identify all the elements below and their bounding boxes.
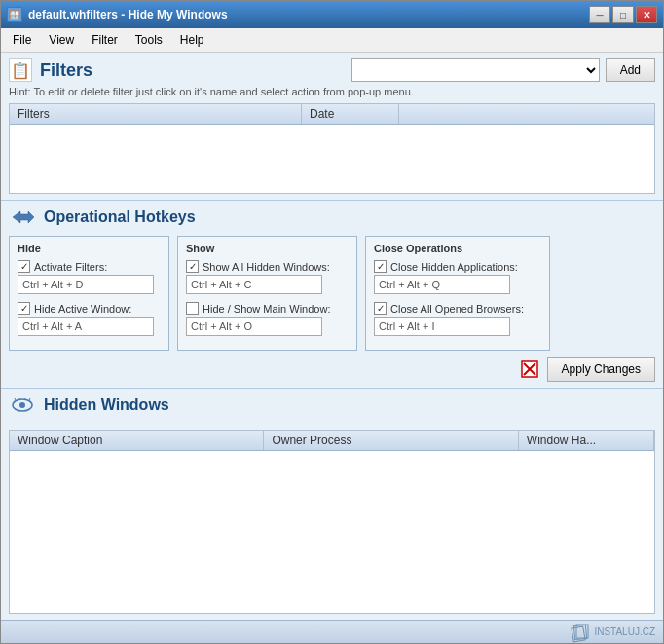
- filters-table-body: [10, 125, 654, 193]
- menu-filter[interactable]: Filter: [84, 31, 126, 49]
- hide-active-input[interactable]: [18, 317, 154, 336]
- hotkey-activate-label-row: Activate Filters:: [18, 260, 161, 273]
- hotkey-close-apps-label-row: Close Hidden Applications:: [374, 260, 541, 273]
- hotkey-hide-label-row: Hide Active Window:: [18, 302, 161, 315]
- main-content: 📋 Filters Add Hint: To edit or delete fi…: [1, 53, 663, 620]
- hotkey-hide-active: Hide Active Window:: [18, 302, 161, 336]
- hw-table-header: Window Caption Owner Process Window Ha..…: [10, 431, 654, 451]
- hotkeys-section: Operational Hotkeys Hide Activate Filter…: [1, 201, 663, 389]
- hide-show-main-checkbox[interactable]: [186, 302, 199, 315]
- hide-active-checkbox[interactable]: [18, 302, 30, 315]
- error-icon: [520, 360, 539, 379]
- hotkey-show-all-label-row: Show All Hidden Windows:: [186, 260, 349, 273]
- hidden-windows-title: Hidden Windows: [44, 397, 169, 414]
- close-browsers-checkbox[interactable]: [374, 302, 387, 315]
- filters-section: 📋 Filters Add Hint: To edit or delete fi…: [1, 53, 663, 201]
- hide-active-label: Hide Active Window:: [34, 303, 131, 315]
- hide-show-main-input[interactable]: [186, 317, 322, 336]
- hide-group: Hide Activate Filters: Hide Active Windo…: [9, 236, 169, 351]
- filters-table: Filters Date: [9, 103, 655, 194]
- filters-header: 📋 Filters Add: [9, 58, 655, 82]
- add-filter-button[interactable]: Add: [606, 58, 655, 82]
- title-bar-controls: ─ □ ✕: [589, 6, 657, 23]
- hide-group-title: Hide: [18, 243, 161, 254]
- show-all-checkbox[interactable]: [186, 260, 199, 273]
- apply-changes-button[interactable]: Apply Changes: [547, 357, 655, 382]
- activate-filters-label: Activate Filters:: [34, 261, 107, 273]
- close-ops-title: Close Operations: [374, 243, 541, 254]
- title-bar: 🪟 default.whfilters - Hide My Windows ─ …: [1, 1, 663, 28]
- hidden-windows-table: Window Caption Owner Process Window Ha..…: [9, 430, 655, 614]
- close-browsers-input[interactable]: [374, 317, 510, 336]
- apply-row: Apply Changes: [9, 357, 655, 382]
- menu-bar: File View Filter Tools Help: [1, 28, 663, 53]
- hide-show-main-label: Hide / Show Main Window:: [203, 303, 330, 315]
- menu-tools[interactable]: Tools: [128, 31, 170, 49]
- hotkeys-title: Operational Hotkeys: [44, 208, 196, 226]
- hint-text: Hint: To edit or delete filter just clic…: [9, 86, 655, 97]
- hotkey-close-browsers: Close All Opened Browsers:: [374, 302, 541, 336]
- show-group: Show Show All Hidden Windows: Hide / Sho…: [177, 236, 357, 351]
- hw-col-caption: Window Caption: [10, 431, 264, 450]
- main-window: 🪟 default.whfilters - Hide My Windows ─ …: [0, 0, 664, 644]
- title-bar-left: 🪟 default.whfilters - Hide My Windows: [7, 7, 228, 22]
- filters-col-date: Date: [302, 104, 399, 124]
- hw-col-process: Owner Process: [264, 431, 518, 450]
- hidden-windows-header: Hidden Windows: [9, 395, 655, 416]
- hotkey-hide-show-label-row: Hide / Show Main Window:: [186, 302, 349, 315]
- close-apps-label: Close Hidden Applications:: [390, 261, 518, 273]
- hotkey-show-all: Show All Hidden Windows:: [186, 260, 349, 294]
- watermark-text: INSTALUJ.CZ: [594, 626, 655, 637]
- hw-col-handle: Window Ha...: [519, 431, 654, 450]
- svg-line-5: [15, 398, 16, 400]
- menu-view[interactable]: View: [41, 31, 82, 49]
- show-group-title: Show: [186, 243, 349, 254]
- activate-filters-checkbox[interactable]: [18, 260, 30, 273]
- filter-input-area: Add: [351, 58, 655, 82]
- filters-col-name: Filters: [10, 104, 302, 124]
- window-title: default.whfilters - Hide My Windows: [28, 8, 228, 21]
- hotkey-hide-show-main: Hide / Show Main Window:: [186, 302, 349, 336]
- activate-filters-input[interactable]: [18, 275, 154, 294]
- show-all-label: Show All Hidden Windows:: [203, 261, 330, 273]
- app-icon: 🪟: [7, 7, 22, 22]
- svg-line-8: [29, 398, 30, 400]
- show-all-input[interactable]: [186, 275, 322, 294]
- arrows-icon: [9, 207, 36, 228]
- filters-icon: 📋: [9, 58, 32, 82]
- close-button[interactable]: ✕: [636, 6, 657, 23]
- close-browsers-label: Close All Opened Browsers:: [390, 303, 524, 315]
- maximize-button[interactable]: □: [612, 6, 634, 23]
- svg-point-4: [19, 402, 25, 408]
- close-ops-group: Close Operations Close Hidden Applicatio…: [365, 236, 550, 351]
- hotkeys-header: Operational Hotkeys: [9, 207, 655, 228]
- filters-title: Filters: [40, 60, 344, 81]
- hotkey-close-browsers-label-row: Close All Opened Browsers:: [374, 302, 541, 315]
- minimize-button[interactable]: ─: [589, 6, 610, 23]
- filters-table-header: Filters Date: [10, 104, 654, 125]
- filter-combo[interactable]: [351, 58, 600, 82]
- hotkeys-columns: Hide Activate Filters: Hide Active Windo…: [9, 236, 655, 351]
- hidden-windows-section: Hidden Windows Window Caption Owner Proc…: [1, 389, 663, 620]
- status-bar: INSTALUJ.CZ: [1, 620, 663, 643]
- menu-help[interactable]: Help: [172, 31, 212, 49]
- watermark: INSTALUJ.CZ: [569, 622, 655, 643]
- watermark-icon: [569, 622, 590, 643]
- hotkey-activate-filters: Activate Filters:: [18, 260, 161, 294]
- close-apps-checkbox[interactable]: [374, 260, 387, 273]
- close-apps-input[interactable]: [374, 275, 510, 294]
- hidden-windows-icon: [9, 395, 36, 416]
- papers-icon: 📋: [11, 61, 30, 80]
- hw-table-body: [10, 451, 654, 568]
- hotkey-close-apps: Close Hidden Applications:: [374, 260, 541, 294]
- menu-file[interactable]: File: [5, 31, 39, 49]
